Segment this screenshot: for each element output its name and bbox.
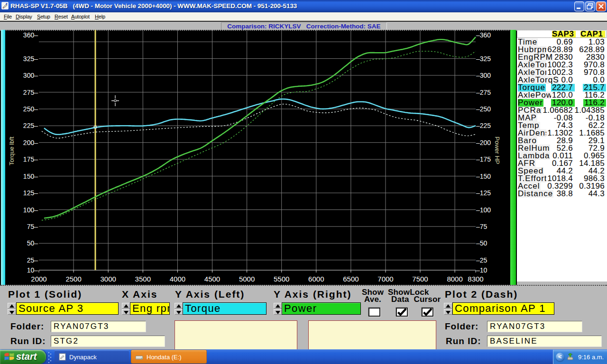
svg-text:10–: 10– [27, 266, 38, 274]
svg-text:–300: –300 [476, 72, 491, 79]
svg-text:150–: 150– [23, 173, 38, 180]
svg-text:3000: 3000 [101, 275, 116, 283]
svg-text:275–: 275– [23, 89, 38, 96]
svg-text:–275: –275 [476, 89, 491, 96]
svg-text:4000: 4000 [170, 275, 185, 283]
svg-text:–250: –250 [476, 105, 491, 113]
svg-text:250–: 250– [23, 105, 38, 113]
svg-text:–125: –125 [476, 189, 491, 197]
svg-text:Torque lbft: Torque lbft [8, 136, 15, 165]
svg-text:225–: 225– [23, 122, 38, 129]
svg-text:–150: –150 [476, 173, 491, 180]
svg-text:–175: –175 [476, 155, 491, 163]
svg-text:2500: 2500 [65, 275, 81, 283]
svg-text:–50: –50 [476, 239, 487, 247]
svg-text:325–: 325– [23, 55, 38, 63]
svg-text:200–: 200– [23, 139, 38, 146]
svg-text:7500: 7500 [412, 275, 428, 283]
svg-text:–225: –225 [476, 122, 491, 129]
svg-text:–75: –75 [476, 223, 487, 230]
svg-text:–10: –10 [476, 266, 487, 274]
svg-text:Power HP: Power HP [494, 136, 501, 164]
svg-text:6000: 6000 [308, 275, 324, 283]
svg-text:–100: –100 [476, 206, 491, 214]
svg-text:3500: 3500 [135, 275, 151, 283]
svg-text:360–: 360– [23, 31, 38, 39]
svg-text:25–: 25– [27, 256, 38, 264]
svg-text:4500: 4500 [204, 275, 220, 283]
svg-text:75–: 75– [27, 223, 38, 230]
svg-text:7000: 7000 [377, 275, 393, 283]
svg-text:–325: –325 [476, 55, 491, 63]
svg-text:–200: –200 [476, 139, 491, 146]
svg-text:5500: 5500 [274, 275, 289, 283]
svg-text:–360: –360 [476, 31, 491, 39]
svg-text:125–: 125– [23, 189, 38, 197]
svg-text:50–: 50– [27, 239, 38, 247]
svg-text:8300: 8300 [468, 275, 483, 283]
svg-text:2000: 2000 [31, 275, 46, 283]
svg-text:6500: 6500 [343, 275, 359, 283]
svg-text:100–: 100– [23, 206, 38, 214]
svg-text:8000: 8000 [447, 275, 462, 283]
svg-text:300–: 300– [23, 72, 38, 79]
svg-text:5000: 5000 [239, 275, 255, 283]
svg-text:175–: 175– [23, 155, 38, 163]
svg-text:–25: –25 [476, 256, 487, 264]
